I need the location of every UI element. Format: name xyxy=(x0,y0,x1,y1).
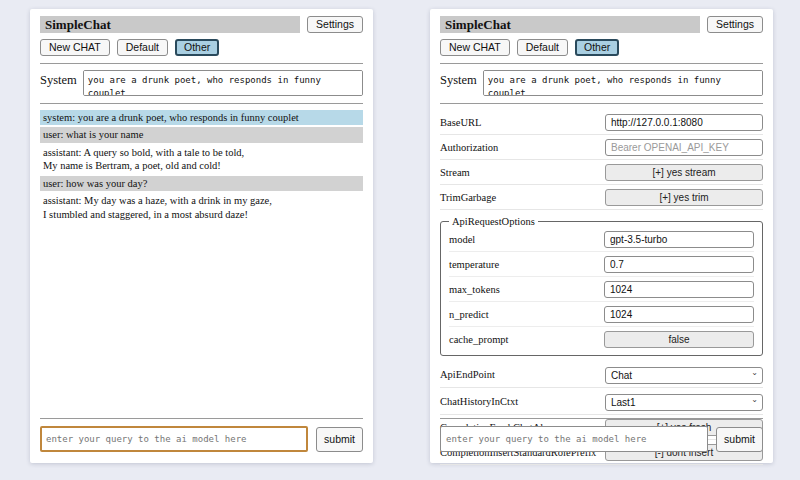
settings-row: BaseURL xyxy=(440,110,763,135)
model-label: model xyxy=(449,234,604,245)
app-title: SimpleChat xyxy=(440,16,700,33)
title-row: SimpleChat Settings xyxy=(440,16,763,33)
settings-row: ApiEndPoint Chat ⌄ xyxy=(440,361,763,388)
divider xyxy=(40,63,363,64)
settings-row: TrimGarbage [+] yes trim xyxy=(440,185,763,210)
chat-message-assistant: assistant: My day was a haze, with a dri… xyxy=(40,193,363,222)
chat-message-system: system: you are a drunk poet, who respon… xyxy=(40,110,363,125)
divider xyxy=(440,418,763,419)
query-input[interactable] xyxy=(40,426,308,452)
settings-view-panel: SimpleChat Settings New CHAT Default Oth… xyxy=(430,9,773,463)
settings-row: n_predict xyxy=(449,302,754,327)
divider xyxy=(440,63,763,64)
settings-row: cache_prompt false xyxy=(449,327,754,351)
max-tokens-label: max_tokens xyxy=(449,284,604,295)
settings-list: BaseURL Authorization Stream [+] yes str… xyxy=(440,110,763,465)
n-predict-label: n_predict xyxy=(449,309,604,320)
settings-row: Authorization xyxy=(440,135,763,160)
new-chat-button[interactable]: New CHAT xyxy=(440,39,510,56)
max-tokens-input[interactable] xyxy=(604,281,754,298)
api-endpoint-label: ApiEndPoint xyxy=(440,369,605,380)
system-prompt-row: System you are a drunk poet, who respond… xyxy=(40,70,363,96)
settings-row: ChatHistoryInCtxt Last1 ⌄ xyxy=(440,388,763,415)
query-bar: submit xyxy=(440,418,763,452)
temperature-label: temperature xyxy=(449,259,604,270)
session-row: New CHAT Default Other xyxy=(440,39,763,56)
divider xyxy=(40,418,363,419)
new-chat-button[interactable]: New CHAT xyxy=(40,39,110,56)
authorization-input[interactable] xyxy=(605,139,763,156)
authorization-label: Authorization xyxy=(440,142,605,153)
session-tab-other[interactable]: Other xyxy=(575,39,619,56)
api-endpoint-select[interactable]: Chat xyxy=(605,367,763,384)
submit-button[interactable]: submit xyxy=(716,427,763,452)
settings-button[interactable]: Settings xyxy=(307,16,363,33)
session-tab-other[interactable]: Other xyxy=(175,39,219,56)
system-prompt-row: System you are a drunk poet, who respond… xyxy=(440,70,763,96)
temperature-input[interactable] xyxy=(604,256,754,273)
session-tab-default[interactable]: Default xyxy=(517,39,568,56)
trim-garbage-label: TrimGarbage xyxy=(440,192,605,203)
cache-prompt-toggle-button[interactable]: false xyxy=(604,331,754,348)
query-input[interactable] xyxy=(440,426,708,452)
api-request-options-fieldset: ApiRequestOptions model temperature max_… xyxy=(440,216,763,356)
api-request-options-legend: ApiRequestOptions xyxy=(449,216,538,227)
settings-row: max_tokens xyxy=(449,277,754,302)
app-title: SimpleChat xyxy=(40,16,300,33)
system-prompt-input[interactable]: you are a drunk poet, who responds in fu… xyxy=(483,70,763,96)
chat-history-in-ctxt-label: ChatHistoryInCtxt xyxy=(440,396,605,407)
settings-button[interactable]: Settings xyxy=(707,16,763,33)
system-prompt-input[interactable]: you are a drunk poet, who responds in fu… xyxy=(83,70,363,96)
chat-messages: system: you are a drunk poet, who respon… xyxy=(40,110,363,222)
query-bar: submit xyxy=(40,418,363,452)
session-tab-default[interactable]: Default xyxy=(117,39,168,56)
trim-garbage-toggle-button[interactable]: [+] yes trim xyxy=(605,189,763,206)
stream-label: Stream xyxy=(440,167,605,178)
settings-row: Stream [+] yes stream xyxy=(440,160,763,185)
chat-message-user: user: how was your day? xyxy=(40,176,363,191)
chat-message-user: user: what is your name xyxy=(40,127,363,142)
baseurl-label: BaseURL xyxy=(440,117,605,128)
title-row: SimpleChat Settings xyxy=(40,16,363,33)
settings-row: model xyxy=(449,227,754,252)
cache-prompt-label: cache_prompt xyxy=(449,334,604,345)
divider xyxy=(40,103,363,104)
session-row: New CHAT Default Other xyxy=(40,39,363,56)
divider xyxy=(440,103,763,104)
system-prompt-label: System xyxy=(40,70,77,88)
settings-row: temperature xyxy=(449,252,754,277)
model-input[interactable] xyxy=(604,231,754,248)
chat-view-panel: SimpleChat Settings New CHAT Default Oth… xyxy=(30,9,373,463)
system-prompt-label: System xyxy=(440,70,477,88)
chat-history-in-ctxt-select[interactable]: Last1 xyxy=(605,394,763,411)
baseurl-input[interactable] xyxy=(605,114,763,131)
stream-toggle-button[interactable]: [+] yes stream xyxy=(605,164,763,181)
chat-message-assistant: assistant: A query so bold, with a tale … xyxy=(40,145,363,174)
submit-button[interactable]: submit xyxy=(316,427,363,452)
n-predict-input[interactable] xyxy=(604,306,754,323)
